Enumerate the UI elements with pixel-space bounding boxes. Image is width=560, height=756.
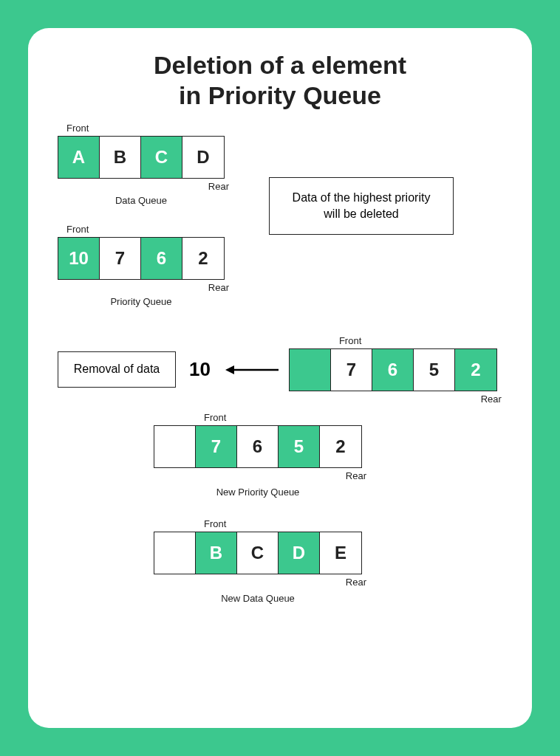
rear-label: Rear: [481, 394, 502, 405]
title-line-1: Deletion of a element: [154, 51, 406, 79]
queues-left-column: Front A B C D Rear Data Queue Front 10: [58, 136, 225, 307]
new-data-queue-wrap: Front B C D E Rear: [154, 532, 362, 574]
title-line-2: in Priority Queue: [179, 81, 381, 109]
new-data-cell: E: [320, 532, 361, 574]
after-removal-cell: 2: [455, 349, 496, 391]
new-priority-cell: 2: [320, 426, 361, 467]
new-data-cell: C: [237, 532, 279, 574]
front-label: Front: [204, 412, 226, 423]
new-priority-cell: [154, 426, 196, 467]
new-priority-queue-block: Front 7 6 5 2 Rear New Priority Queue: [154, 425, 362, 498]
after-removal-cell: [290, 349, 331, 391]
removal-box: Removal of data: [58, 351, 176, 387]
priority-queue-cell: 2: [182, 238, 224, 279]
rear-label: Rear: [346, 577, 366, 588]
page-title: Deletion of a element in Priority Queue: [50, 50, 510, 111]
data-queue-cell: D: [182, 137, 224, 178]
priority-queue-cell: 6: [141, 238, 182, 279]
new-data-caption: New Data Queue: [154, 593, 362, 604]
after-removal-cell: 5: [414, 349, 455, 391]
front-label: Front: [204, 518, 226, 529]
rear-label: Rear: [346, 470, 366, 481]
row-new-data: Front B C D E Rear New Data Queue: [154, 532, 510, 604]
svg-marker-1: [225, 365, 234, 374]
data-queue-cell: A: [58, 137, 100, 178]
removed-value: 10: [189, 358, 211, 381]
rear-label: Rear: [208, 181, 229, 192]
arrow-left-icon: [224, 363, 280, 377]
priority-queue-cell: 10: [58, 238, 100, 279]
new-priority-cell: 7: [196, 426, 237, 467]
front-label: Front: [66, 123, 89, 134]
new-priority-queue: 7 6 5 2: [154, 425, 362, 468]
priority-queue-caption: Priority Queue: [58, 296, 225, 307]
data-queue-caption: Data Queue: [58, 195, 225, 206]
after-removal-queue: 7 6 5 2: [289, 348, 497, 391]
data-queue-cell: C: [141, 137, 182, 178]
priority-queue-block: Front 10 7 6 2 Rear Priority Queue: [58, 237, 225, 307]
new-data-cell: [154, 532, 196, 574]
row-new-priority: Front 7 6 5 2 Rear New Priority Queue: [154, 425, 510, 498]
priority-queue-cell: 7: [100, 238, 141, 279]
after-removal-cell: 7: [331, 349, 372, 391]
diagram-card: Deletion of a element in Priority Queue …: [28, 28, 532, 728]
new-data-queue-block: Front B C D E Rear New Data Queue: [154, 532, 362, 604]
after-removal-cell: 6: [372, 349, 414, 391]
info-box: Data of the highest priority will be del…: [269, 177, 454, 236]
data-queue-wrap: Front A B C D Rear: [58, 136, 225, 179]
after-removal-queue-wrap: Front 7 6 5 2 Rear: [289, 348, 497, 391]
row-removal: Removal of data 10 Front 7 6 5 2 Rear: [58, 348, 510, 391]
row-top: Front A B C D Rear Data Queue Front 10: [50, 136, 510, 307]
data-queue: A B C D: [58, 136, 225, 179]
new-data-cell: D: [279, 532, 320, 574]
new-priority-cell: 6: [237, 426, 279, 467]
priority-queue: 10 7 6 2: [58, 237, 225, 280]
front-label: Front: [66, 224, 89, 235]
new-priority-caption: New Priority Queue: [154, 487, 362, 498]
data-queue-cell: B: [100, 137, 141, 178]
new-priority-queue-wrap: Front 7 6 5 2 Rear: [154, 425, 362, 468]
priority-queue-wrap: Front 10 7 6 2 Rear: [58, 237, 225, 280]
new-priority-cell: 5: [279, 426, 320, 467]
front-label: Front: [339, 335, 361, 346]
data-queue-block: Front A B C D Rear Data Queue: [58, 136, 225, 206]
new-data-cell: B: [196, 532, 237, 574]
rear-label: Rear: [208, 282, 229, 293]
new-data-queue: B C D E: [154, 532, 362, 574]
